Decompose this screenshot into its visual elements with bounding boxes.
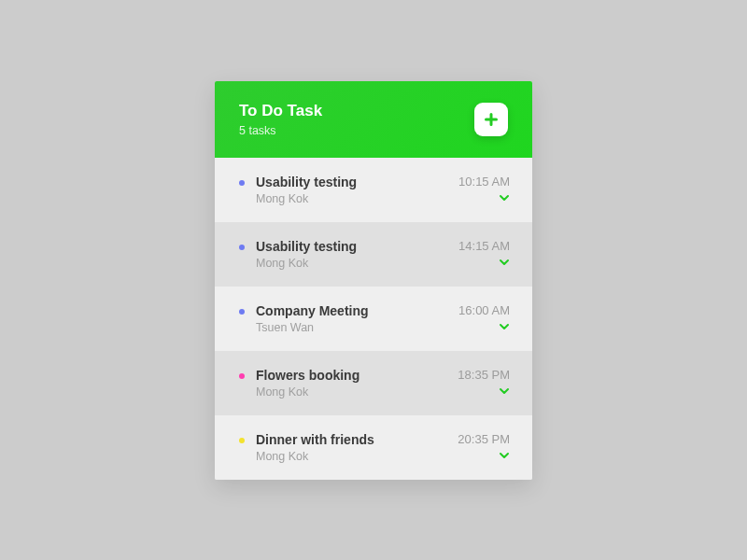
expand-task-button[interactable] xyxy=(499,323,510,330)
task-location: Mong Kok xyxy=(256,385,446,399)
todo-card: To Do Task 5 tasks Usability testing Mon… xyxy=(215,81,532,480)
expand-task-button[interactable] xyxy=(499,259,510,266)
task-bullet xyxy=(239,438,245,443)
chevron-down-icon xyxy=(499,387,510,395)
task-location: Mong Kok xyxy=(256,257,447,270)
task-title: Flowers booking xyxy=(256,368,446,383)
task-time: 18:35 PM xyxy=(458,368,510,382)
task-bullet xyxy=(239,309,245,315)
task-bullet xyxy=(239,245,245,250)
task-location: Tsuen Wan xyxy=(256,321,447,334)
task-time: 10:15 AM xyxy=(458,175,510,189)
header-task-count: 5 tasks xyxy=(239,124,322,137)
card-header: To Do Task 5 tasks xyxy=(215,81,532,158)
expand-task-button[interactable] xyxy=(499,452,510,459)
task-list: Usability testing Mong Kok 10:15 AM Usab… xyxy=(215,158,532,480)
task-row[interactable]: Company Meeting Tsuen Wan 16:00 AM xyxy=(215,287,532,351)
chevron-down-icon xyxy=(499,194,510,202)
task-title: Usability testing xyxy=(256,175,447,189)
task-row[interactable]: Usability testing Mong Kok 10:15 AM xyxy=(215,158,532,222)
task-row[interactable]: Flowers booking Mong Kok 18:35 PM xyxy=(215,351,532,415)
task-title: Company Meeting xyxy=(256,303,447,318)
expand-task-button[interactable] xyxy=(499,387,510,395)
task-row[interactable]: Dinner with friends Mong Kok 20:35 PM xyxy=(215,415,532,480)
expand-task-button[interactable] xyxy=(499,194,510,202)
task-title: Usability testing xyxy=(256,239,447,254)
chevron-down-icon xyxy=(499,259,510,266)
task-time: 16:00 AM xyxy=(458,303,510,317)
add-task-button[interactable] xyxy=(474,103,508,136)
chevron-down-icon xyxy=(499,323,510,330)
task-bullet xyxy=(239,180,245,186)
task-row[interactable]: Usability testing Mong Kok 14:15 AM xyxy=(215,222,532,287)
task-title: Dinner with friends xyxy=(256,432,446,447)
header-title: To Do Task xyxy=(239,102,322,120)
chevron-down-icon xyxy=(499,452,510,459)
header-text-group: To Do Task 5 tasks xyxy=(239,102,322,137)
task-location: Mong Kok xyxy=(256,450,446,463)
task-time: 14:15 AM xyxy=(458,239,510,253)
task-location: Mong Kok xyxy=(256,192,447,205)
task-bullet xyxy=(239,373,245,379)
task-time: 20:35 PM xyxy=(458,432,510,446)
plus-icon xyxy=(484,112,499,127)
